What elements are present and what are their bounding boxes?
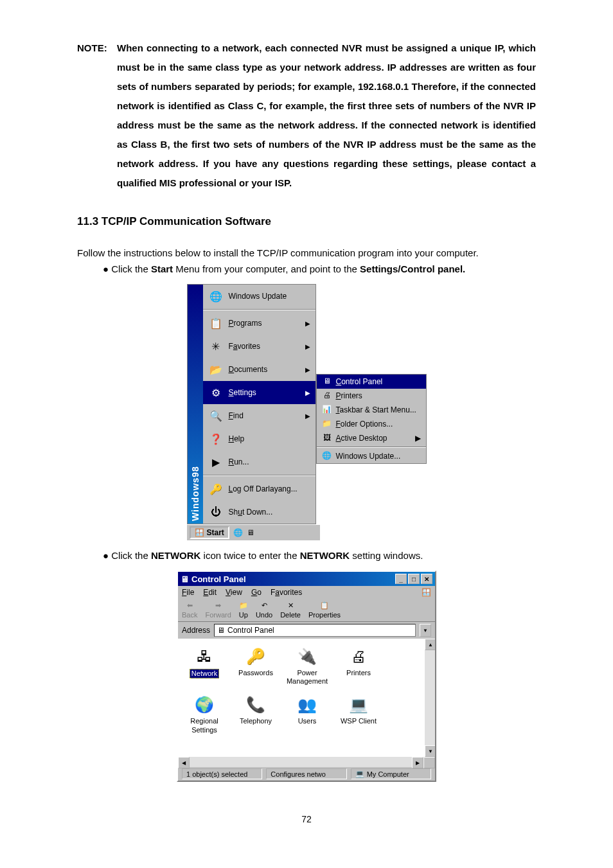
titlebar: 🖥 Control Panel _ □ ✕ [178,572,435,586]
menu-favorites[interactable]: ✳ Favorites ▶ [203,335,315,358]
label: Properties [308,611,341,619]
scroll-down-button[interactable]: ▼ [425,745,435,757]
users-icon: 👥 [297,695,317,715]
folder-options-icon: 📁 [322,419,332,429]
status-description: Configures netwo [266,768,346,779]
submenu-windows-update[interactable]: 🌐 Windows Update... [317,449,426,463]
quicklaunch-ie-icon[interactable]: 🌐 [233,528,243,537]
menu-programs[interactable]: 📋 Programs ▶ [203,312,315,335]
menu-run[interactable]: ▶ Run... [203,450,315,474]
submenu-active-desktop[interactable]: 🖼 Active Desktop ▶ [317,431,426,445]
page-number: 72 [77,814,536,824]
label: Passwords [238,669,273,677]
minimize-button[interactable]: _ [395,574,407,584]
regional-icon: 🌍 [194,695,215,715]
menu-settings[interactable]: ⚙ Settings ▶ [203,381,315,404]
settings-icon: ⚙ [208,385,224,400]
close-button[interactable]: ✕ [421,574,432,584]
quicklaunch-desktop-icon[interactable]: 🖥 [247,528,254,537]
throbber-icon: 🪟 [422,588,431,597]
icon-telephony[interactable]: 📞Telephony [236,695,276,734]
toolbar-forward[interactable]: ➡Forward [205,601,231,619]
toolbar-up[interactable]: 📁Up [239,601,248,619]
menu-view[interactable]: View [226,588,242,597]
icon-passwords[interactable]: 🔑Passwords [236,646,276,686]
note-body: When connecting to a network, each conne… [117,39,536,193]
menu-shutdown[interactable]: ⏻ Shut Down... [203,500,315,524]
up-icon: 📁 [239,601,248,610]
icon-power-management[interactable]: 🔌Power Management [287,646,327,686]
status-zone: 💻My Computer [351,768,431,779]
address-dropdown[interactable]: ▼ [420,624,431,637]
label: Network [190,669,219,678]
run-icon: ▶ [208,454,224,470]
scroll-left-button[interactable]: ◀ [178,757,190,768]
menu-file[interactable]: File [182,588,194,597]
passwords-icon: 🔑 [245,646,266,667]
maximize-button[interactable]: □ [408,574,420,584]
menu-documents[interactable]: 📂 Documents ▶ [203,358,315,381]
icon-users[interactable]: 👥Users [287,695,327,734]
printers-icon: 🖨 [348,646,369,667]
menu-find[interactable]: 🔍 Find ▶ [203,404,315,427]
label: Taskbar & Start Menu... [336,405,416,414]
submenu-printers[interactable]: 🖨 Printers [317,389,426,403]
icon-regional-settings[interactable]: 🌍Regional Settings [184,695,224,734]
label: Run... [229,457,249,466]
address-label: Address [182,626,210,635]
properties-icon: 📋 [320,601,329,610]
label: Telephony [240,717,272,725]
toolbar-undo[interactable]: ↶Undo [256,601,272,619]
label: Power Management [287,669,328,686]
start-button[interactable]: 🪟 Start [190,526,229,539]
label: Find [229,411,244,420]
menu-windows-update[interactable]: 🌐 Windows Update [203,285,315,308]
toolbar-properties[interactable]: 📋Properties [308,601,341,619]
label: Printers [346,669,371,677]
control-panel-window: 🖥 Control Panel _ □ ✕ File Edit View Go … [177,571,436,782]
address-input[interactable]: 🖥 Control Panel [214,624,416,637]
scroll-right-button[interactable]: ▶ [412,757,423,768]
network-icon: 🖧 [194,646,215,667]
windows-update-icon: 🌐 [322,451,332,461]
label: Undo [256,611,272,619]
arrow-icon: ▶ [305,320,310,327]
scroll-up-button[interactable]: ▲ [425,639,435,650]
telephony-icon: 📞 [245,695,266,715]
submenu-folder-options[interactable]: 📁 Folder Options... [317,417,426,431]
label: Printers [336,391,362,400]
menu-go[interactable]: Go [251,588,262,597]
label: Programs [229,319,262,328]
icon-printers[interactable]: 🖨Printers [339,646,378,686]
label: WSP Client [341,717,377,725]
submenu-taskbar[interactable]: 📊 Taskbar & Start Menu... [317,403,426,417]
label: Up [239,611,248,619]
label: Documents [229,365,268,374]
icon-network[interactable]: 🖧Network [184,646,224,686]
icon-wsp-client[interactable]: 💻WSP Client [339,695,378,734]
menu-logoff[interactable]: 🔑 Log Off Darlayang... [203,477,315,500]
toolbar-delete[interactable]: ✕Delete [280,601,301,619]
taskbar: 🪟 Start 🌐 🖥 [187,524,320,540]
shutdown-icon: ⏻ [208,504,224,520]
window-title: Control Panel [191,574,246,584]
help-icon: ❓ [208,431,224,447]
horizontal-scrollbar[interactable]: ◀ ▶ [178,757,435,767]
arrow-icon: ▶ [305,366,310,373]
text: Click the [111,263,151,274]
printers-icon: 🖨 [322,391,332,401]
text: icon twice to enter the [200,550,299,561]
back-icon: ⬅ [187,601,193,610]
vertical-scrollbar[interactable]: ▲ ▼ [425,639,435,757]
label: Users [298,717,317,725]
text: My Computer [367,770,409,778]
menu-favorites[interactable]: Favorites [271,588,302,597]
find-icon: 🔍 [208,408,224,423]
toolbar-back[interactable]: ⬅Back [182,601,197,619]
submenu-control-panel[interactable]: 🖥 Control Panel [317,375,426,389]
menu-edit[interactable]: Edit [203,588,217,597]
windows-logo-icon: 🪟 [195,528,204,537]
menu-help[interactable]: ❓ Help [203,427,315,450]
label: Back [182,611,197,619]
text: Menu from your computer, and point to th… [173,263,360,274]
